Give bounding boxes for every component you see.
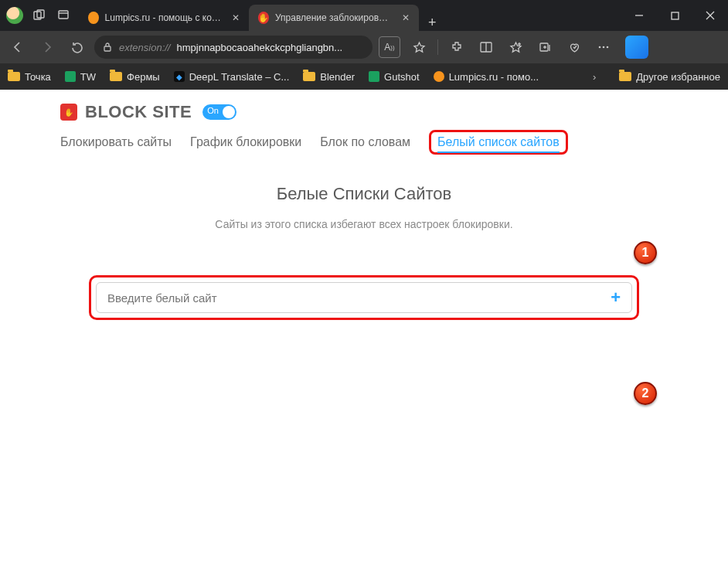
annotation-marker-2: 2 (634, 382, 657, 405)
tab-block-words[interactable]: Блок по словам (320, 132, 410, 152)
folder-icon (110, 72, 122, 81)
bookmark-label: Blender (320, 71, 355, 83)
highlight-box-1: Белый список сайтов (429, 130, 568, 155)
back-button[interactable] (6, 36, 29, 59)
split-screen-icon[interactable] (475, 36, 497, 58)
annotation-marker-1: 1 (634, 241, 657, 264)
favicon-icon (88, 12, 99, 24)
browser-tab-inactive[interactable]: Lumpics.ru - помощь с компьюте ✕ (79, 5, 249, 31)
bookmark-label: DeepL Translate – C... (189, 71, 290, 83)
collections-icon[interactable] (534, 36, 556, 58)
extensions-icon[interactable] (446, 36, 468, 58)
bookmark-item[interactable]: Точка (8, 71, 51, 83)
folder-icon (619, 72, 631, 81)
whitelist-input[interactable] (107, 291, 611, 305)
page-subtitle: Сайты из этого списка избегают всех наст… (0, 218, 728, 230)
window-titlebar: Lumpics.ru - помощь с компьюте ✕ ✋ Управ… (0, 0, 728, 31)
forward-button[interactable] (36, 36, 59, 59)
page-content: ✋ BLOCK SITE On Блокировать сайты График… (0, 90, 728, 572)
svg-rect-7 (104, 46, 111, 51)
app-nav-tabs: Блокировать сайты График блокировки Блок… (0, 130, 728, 155)
page-title: Белые Списки Сайтов (0, 184, 728, 204)
new-tab-button[interactable]: + (419, 15, 446, 31)
toolbar-actions: A)) (379, 36, 648, 59)
app-brand: BLOCK SITE (85, 102, 192, 122)
master-toggle[interactable]: On (202, 104, 236, 120)
maximize-button[interactable] (657, 0, 692, 31)
bookmark-item[interactable]: TW (65, 71, 96, 83)
browser-tab-active[interactable]: ✋ Управление заблокированными ✕ (249, 5, 419, 31)
copilot-button[interactable] (625, 36, 648, 59)
browser-tabs: Lumpics.ru - помощь с компьюте ✕ ✋ Управ… (79, 0, 621, 31)
url-host: hmpjnnapbocaoahekckcphgliangbn... (177, 42, 343, 53)
bookmark-label: Фермы (127, 71, 160, 83)
sheet-icon (369, 71, 379, 82)
bookmark-label: Lumpics.ru - помо... (449, 71, 539, 83)
workspaces-icon[interactable] (31, 7, 48, 24)
favicon-icon (434, 71, 444, 82)
bookmark-label: TW (80, 71, 96, 83)
folder-icon (8, 72, 20, 81)
add-button[interactable]: + (611, 289, 621, 306)
svg-point-18 (607, 46, 609, 49)
url-protocol: extension:// (119, 42, 171, 53)
tab-actions-icon[interactable] (56, 7, 73, 24)
deepl-icon: ◆ (174, 71, 185, 82)
tab-schedule[interactable]: График блокировки (190, 132, 301, 152)
sheet-icon (65, 71, 76, 82)
favorite-icon[interactable] (408, 36, 430, 58)
folder-icon (303, 72, 315, 81)
refresh-button[interactable] (65, 36, 88, 59)
close-window-button[interactable] (692, 0, 728, 31)
bookmark-other-favorites[interactable]: Другое избранное (619, 71, 720, 83)
svg-rect-4 (672, 12, 679, 19)
bookmark-item[interactable]: Фермы (110, 71, 160, 83)
favorites-menu-icon[interactable] (505, 36, 526, 58)
close-icon[interactable]: ✕ (402, 12, 410, 23)
bookmark-item[interactable]: ◆DeepL Translate – C... (174, 71, 290, 83)
toggle-knob-icon (223, 106, 235, 118)
read-aloud-icon[interactable]: A)) (379, 36, 400, 58)
svg-rect-2 (59, 11, 68, 19)
bookmark-item[interactable]: Gutshot (369, 71, 420, 83)
tab-whitelist[interactable]: Белый список сайтов (437, 132, 560, 153)
tab-title: Управление заблокированными (275, 12, 393, 23)
profile-avatar[interactable] (6, 7, 23, 24)
more-icon[interactable] (593, 36, 614, 58)
bookmark-item[interactable]: Lumpics.ru - помо... (434, 71, 539, 83)
close-icon[interactable]: ✕ (232, 12, 240, 23)
svg-point-17 (603, 46, 605, 49)
favicon-icon: ✋ (258, 12, 269, 24)
app-logo-icon: ✋ (60, 104, 77, 121)
minimize-button[interactable] (621, 0, 657, 31)
svg-point-16 (599, 46, 601, 49)
lock-icon (102, 42, 113, 53)
bookmark-item[interactable]: Blender (303, 71, 355, 83)
toggle-label: On (207, 106, 219, 115)
chevron-right-icon[interactable]: › (593, 71, 596, 83)
highlight-box-2: + (89, 275, 639, 320)
bookmark-label: Gutshot (384, 71, 420, 83)
bookmark-label: Точка (25, 71, 51, 83)
address-toolbar: extension://hmpjnnapbocaoahekckcphgliang… (0, 31, 728, 63)
tab-title: Lumpics.ru - помощь с компьюте (105, 12, 223, 23)
bookmark-label: Другое избранное (636, 71, 720, 83)
address-bar[interactable]: extension://hmpjnnapbocaoahekckcphgliang… (94, 36, 373, 59)
bookmarks-bar: Точка TW Фермы ◆DeepL Translate – C... B… (0, 63, 728, 90)
tab-block-sites[interactable]: Блокировать сайты (60, 132, 172, 152)
browser-essentials-icon[interactable] (563, 36, 585, 58)
